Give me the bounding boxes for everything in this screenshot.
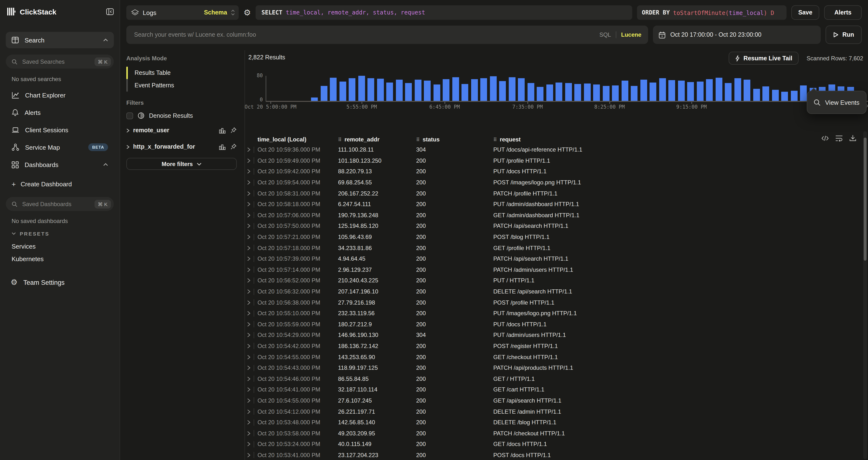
expand-row-icon[interactable] — [247, 431, 254, 436]
wrap-text-icon[interactable] — [835, 135, 843, 141]
scrollbar-thumb[interactable] — [864, 138, 867, 261]
expand-row-icon[interactable] — [247, 300, 254, 305]
expand-row-icon[interactable] — [247, 409, 254, 414]
table-row[interactable]: Oct 20 10:59:42.000 PM88.220.79.13200PUT… — [245, 166, 868, 177]
expand-row-icon[interactable] — [247, 398, 254, 403]
column-header-status[interactable]: ⠿status — [416, 136, 493, 143]
table-row[interactable]: Oct 20 10:53:48.000 PM142.56.85.140200DE… — [245, 417, 868, 428]
table-row[interactable]: Oct 20 10:54:55.000 PM27.6.107.245200GET… — [245, 395, 868, 406]
download-icon[interactable] — [849, 135, 857, 141]
date-range-picker[interactable]: Oct 20 17:00:00 - Oct 20 23:00:00 — [653, 26, 821, 44]
team-settings-button[interactable]: ⚙ Team Settings — [6, 277, 114, 288]
sidebar-item-client-sessions[interactable]: Client Sessions — [6, 121, 114, 139]
table-row[interactable]: Oct 20 10:54:41.000 PM32.187.110.114200G… — [245, 384, 868, 395]
expand-row-icon[interactable] — [247, 344, 254, 348]
expand-row-icon[interactable] — [247, 289, 254, 294]
expand-row-icon[interactable] — [247, 191, 254, 196]
saved-dashboards-field[interactable] — [21, 200, 90, 208]
source-select[interactable]: Logs Schema — [126, 5, 239, 20]
saved-dashboards-input[interactable]: ⌘ K — [6, 197, 114, 211]
expand-row-icon[interactable] — [247, 376, 254, 381]
table-row[interactable]: Oct 20 10:54:55.000 PM143.253.65.90200GE… — [245, 352, 868, 363]
expand-row-icon[interactable] — [247, 235, 254, 239]
denoise-checkbox[interactable] — [126, 112, 133, 119]
table-row[interactable]: Oct 20 10:56:32.000 PM207.147.196.10200D… — [245, 286, 868, 297]
table-row[interactable]: Oct 20 10:57:18.000 PM34.233.81.86200GET… — [245, 242, 868, 253]
table-row[interactable]: Oct 20 10:57:14.000 PM2.96.129.237200PAT… — [245, 264, 868, 275]
column-header-time-local[interactable]: time_local (Local) — [257, 136, 338, 143]
table-row[interactable]: Oct 20 10:57:21.000 PM105.96.43.69200POS… — [245, 232, 868, 242]
saved-searches-field[interactable] — [21, 58, 90, 65]
expand-row-icon[interactable] — [247, 442, 254, 447]
presets-toggle[interactable]: PRESETS — [11, 230, 114, 237]
table-row[interactable]: Oct 20 10:56:52.000 PM210.240.43.225200P… — [245, 275, 868, 286]
table-row[interactable]: Oct 20 10:54:29.000 PM146.96.190.130304P… — [245, 330, 868, 341]
sidebar-item-dashboards[interactable]: Dashboards — [6, 156, 114, 173]
expand-row-icon[interactable] — [247, 224, 254, 229]
resume-live-tail-button[interactable]: Resume Live Tail — [728, 52, 799, 65]
filter-field-remote-user[interactable]: remote_user — [126, 123, 237, 138]
expand-row-icon[interactable] — [247, 147, 254, 152]
view-events-tooltip[interactable]: View Events — [807, 91, 867, 114]
sql-mode-toggle[interactable]: SQL — [599, 31, 611, 38]
expand-row-icon[interactable] — [247, 387, 254, 392]
preset-item-kubernetes[interactable]: Kubernetes — [6, 253, 114, 265]
table-row[interactable]: Oct 20 10:59:54.000 PM69.68.254.55200POS… — [245, 177, 868, 188]
table-row[interactable]: Oct 20 10:57:39.000 PM4.94.64.45200PATCH… — [245, 253, 868, 264]
expand-row-icon[interactable] — [247, 322, 254, 327]
expand-row-icon[interactable] — [247, 256, 254, 261]
more-filters-button[interactable]: More filters — [126, 158, 237, 170]
table-row[interactable]: Oct 20 10:53:41.000 PM23.127.204.223200P… — [245, 450, 868, 460]
alerts-button[interactable]: Alerts — [824, 5, 862, 20]
table-row[interactable]: Oct 20 10:55:59.000 PM180.27.212.9200PUT… — [245, 319, 868, 330]
source-settings-gear-icon[interactable]: ⚙ — [244, 8, 251, 17]
saved-searches-input[interactable]: ⌘ K — [6, 55, 114, 68]
bar-chart-icon[interactable] — [219, 127, 226, 134]
table-row[interactable]: Oct 20 10:54:43.000 PM118.99.197.125200P… — [245, 363, 868, 373]
table-row[interactable]: Oct 20 10:56:38.000 PM27.79.216.198200PO… — [245, 297, 868, 308]
expand-row-icon[interactable] — [247, 202, 254, 207]
column-header-request[interactable]: ⠿request — [493, 136, 868, 143]
preset-item-services[interactable]: Services — [6, 240, 114, 253]
bar-chart-icon[interactable] — [219, 144, 226, 150]
expand-row-icon[interactable] — [247, 267, 254, 272]
sidebar-item-chart-explorer[interactable]: Chart Explorer — [6, 86, 114, 104]
vertical-scrollbar[interactable] — [863, 131, 867, 459]
drag-handle-icon[interactable]: ⠿ — [338, 137, 342, 142]
chevron-up-icon[interactable] — [103, 39, 108, 41]
expand-row-icon[interactable] — [247, 420, 254, 425]
column-header-remote-addr[interactable]: ⠿remote_addr — [338, 136, 416, 143]
sidebar-item-alerts[interactable]: Alerts — [6, 104, 114, 121]
expand-row-icon[interactable] — [247, 180, 254, 185]
histogram[interactable]: 80 0 Oct 20 5:00:00 PM5:55:00 PM6:45:00 … — [245, 73, 868, 110]
expand-row-icon[interactable] — [247, 246, 254, 250]
collapse-sidebar-icon[interactable] — [106, 8, 114, 15]
table-row[interactable]: Oct 20 10:58:31.000 PM206.167.252.22200P… — [245, 188, 868, 199]
sidebar-item-service-map[interactable]: Service Map BETA — [6, 139, 114, 156]
table-row[interactable]: Oct 20 10:59:36.000 PM111.100.28.11304PU… — [245, 144, 868, 155]
expand-row-icon[interactable] — [247, 158, 254, 163]
select-expression-input[interactable]: SELECT time_local, remote_addr, status, … — [256, 5, 632, 20]
expand-row-icon[interactable] — [247, 365, 254, 370]
table-row[interactable]: Oct 20 10:57:50.000 PM125.194.85.120200P… — [245, 221, 868, 231]
pin-icon[interactable] — [230, 143, 237, 150]
pin-icon[interactable] — [230, 127, 237, 134]
chevron-up-icon[interactable] — [103, 163, 108, 166]
drag-handle-icon[interactable]: ⠿ — [493, 137, 497, 142]
expand-row-icon[interactable] — [247, 333, 254, 338]
expand-row-icon[interactable] — [247, 213, 254, 218]
expand-row-icon[interactable] — [247, 169, 254, 174]
event-search-box[interactable]: SQL Lucene — [126, 26, 648, 44]
expand-row-icon[interactable] — [247, 453, 254, 458]
lucene-mode-toggle[interactable]: Lucene — [621, 31, 641, 38]
table-row[interactable]: Oct 20 10:54:42.000 PM186.136.72.142200P… — [245, 341, 868, 351]
order-by-input[interactable]: ORDER BY toStartOfMinute(time_local) D — [637, 5, 786, 20]
table-row[interactable]: Oct 20 10:57:06.000 PM190.79.136.248200G… — [245, 210, 868, 221]
expand-row-icon[interactable] — [247, 278, 254, 283]
mode-results-table[interactable]: Results Table — [128, 67, 237, 79]
expand-row-icon[interactable] — [247, 311, 254, 316]
run-button[interactable]: Run — [826, 26, 862, 44]
code-icon[interactable] — [821, 135, 829, 141]
filter-field-http-x-forwarded-for[interactable]: http_x_forwarded_for — [126, 140, 237, 154]
table-row[interactable]: Oct 20 10:55:10.000 PM232.33.119.56200PU… — [245, 308, 868, 319]
